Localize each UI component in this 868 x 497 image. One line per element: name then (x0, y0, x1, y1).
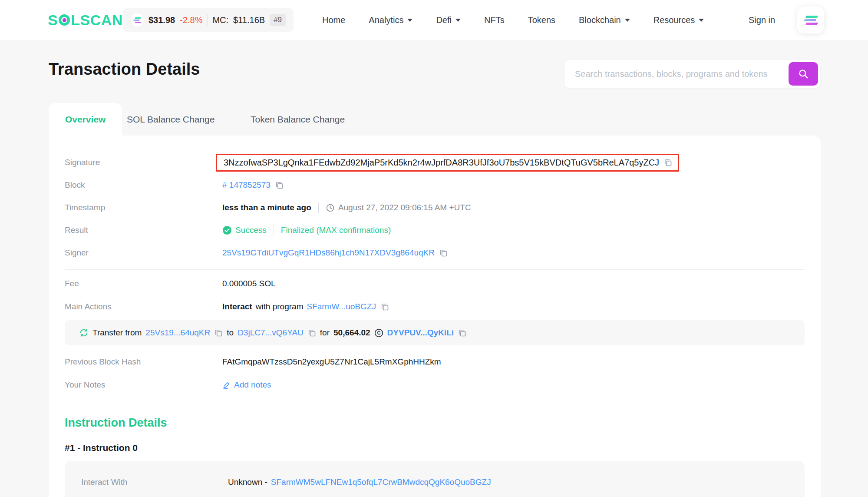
main-actions-label: Main Actions (65, 302, 222, 311)
copy-program-button[interactable] (380, 302, 389, 311)
nav-item-resources[interactable]: Resources (653, 15, 704, 25)
sol-price: $31.98 (149, 15, 175, 25)
signer-label: Signer (65, 248, 222, 258)
copy-icon (275, 181, 284, 189)
instruction-title: #1 - Instruction 0 (65, 443, 805, 453)
copy-block-button[interactable] (275, 181, 284, 189)
nav-item-blockchain[interactable]: Blockchain (579, 15, 630, 25)
result-label: Result (65, 225, 222, 235)
block-link[interactable]: # 147852573 (222, 180, 271, 190)
result-confirmation: Finalized (MAX confirmations) (281, 225, 391, 235)
copy-from-button[interactable] (214, 328, 223, 337)
copy-token-button[interactable] (458, 328, 466, 337)
timestamp-divider (318, 202, 319, 213)
search-bar (564, 60, 820, 88)
previous-block-hash-label: Previous Block Hash (65, 357, 222, 367)
transfer-from-link[interactable]: 25Vs19...64uqKR (145, 328, 210, 338)
instruction-card: Interact With Unknown - SFarmWM5wLFNEw1q… (65, 461, 805, 497)
your-notes-row: Your Notes Add notes (65, 378, 805, 391)
rank-badge: #9 (270, 14, 286, 26)
pill-divider (207, 14, 208, 26)
nav-item-home[interactable]: Home (322, 15, 345, 25)
search-input[interactable] (564, 60, 784, 88)
chevron-down-icon (407, 19, 413, 22)
copy-icon (458, 328, 466, 337)
tab-token-balance-change[interactable]: Token Balance Change (251, 103, 345, 136)
program-link[interactable]: SFarmW...uoBGZJ (307, 302, 376, 311)
edit-pencil-icon (222, 381, 231, 389)
token-icon: C (374, 328, 383, 338)
block-label: Block (65, 180, 222, 190)
fee-value: 0.000005 SOL (222, 279, 276, 288)
sol-price-pill[interactable]: $31.98 -2.8% MC: $11.16B #9 (123, 8, 294, 32)
transfer-icon (79, 328, 89, 338)
signer-address-link[interactable]: 25Vs19GTdiUTvgGqR1HDs86hj1ch9N17XDV3g864… (222, 248, 435, 258)
copy-icon (439, 248, 448, 257)
success-check-icon (222, 225, 232, 235)
solscan-logo[interactable]: SLSCAN (48, 0, 123, 40)
copy-icon (214, 328, 223, 337)
action-verb: Interact (222, 302, 252, 311)
tab-sol-balance-change[interactable]: SOL Balance Change (127, 103, 215, 136)
search-button[interactable] (789, 62, 818, 86)
transfer-prefix: Transfer from (92, 328, 142, 338)
copy-to-button[interactable] (307, 328, 316, 337)
page-title: Transaction Details (49, 60, 200, 79)
transfer-token-link[interactable]: DYVPUV...QyKiLi (387, 328, 454, 338)
instruction-details-heading: Instruction Details (65, 416, 805, 430)
sign-in-link[interactable]: Sign in (749, 0, 775, 40)
signature-label: Signature (65, 158, 222, 167)
add-notes-button[interactable]: Add notes (222, 380, 271, 390)
clock-icon (326, 203, 335, 212)
fee-row: Fee 0.000005 SOL (65, 270, 805, 298)
nav-item-tokens[interactable]: Tokens (528, 15, 555, 25)
market-cap-value: $11.16B (233, 15, 265, 25)
solana-icon (805, 16, 818, 18)
timestamp-relative: less than a minute ago (222, 203, 311, 212)
transfer-to-link[interactable]: D3jLC7...vQ6YAU (238, 328, 304, 338)
your-notes-label: Your Notes (65, 380, 222, 390)
transfer-summary-row: Transfer from 25Vs19...64uqKR to D3jLC7.… (65, 320, 805, 345)
interact-with-row: Interact With Unknown - SFarmWM5wLFNEw1q… (81, 477, 805, 487)
previous-block-hash-row: Previous Block Hash FAtGmqpaWTzssD5n2yex… (65, 345, 805, 378)
nav-item-nfts[interactable]: NFTs (484, 15, 505, 25)
nav-item-defi[interactable]: Defi (436, 15, 461, 25)
signer-row: Signer 25Vs19GTdiUTvgGqR1HDs86hj1ch9N17X… (65, 242, 805, 264)
logo-o-icon (59, 14, 70, 26)
market-cap-label: MC: (212, 15, 228, 25)
copy-icon (663, 158, 672, 167)
interact-with-unknown: Unknown - (228, 477, 267, 487)
signature-row: Signature 3NzzofwaSP3LgQnka1FEdwbZd92Mja… (65, 136, 805, 174)
result-status: Success (235, 225, 267, 235)
interact-with-program-link[interactable]: SFarmWM5wLFNEw1q5ofqL7CrwBMwdcqQgK6oQuoB… (271, 477, 491, 487)
timestamp-absolute: August 27, 2022 09:06:15 AM +UTC (338, 203, 471, 212)
transfer-for-word: for (320, 328, 330, 338)
timestamp-row: Timestamp less than a minute ago August … (65, 196, 805, 219)
copy-signer-button[interactable] (439, 248, 448, 257)
transaction-overview-card: Signature 3NzzofwaSP3LgQnka1FEdwbZd92Mja… (49, 136, 821, 497)
copy-signature-button[interactable] (663, 158, 672, 167)
solana-network-button[interactable] (797, 7, 824, 33)
solana-coin-icon (131, 13, 144, 27)
main-actions-row: Main Actions Interact with program SFarm… (65, 298, 805, 316)
previous-block-hash-value: FAtGmqpaWTzssD5n2yexgU5Z7Nr1CajL5RmXGphH… (222, 357, 441, 367)
svg-text:C: C (377, 330, 380, 335)
result-divider (274, 225, 274, 235)
section-divider (65, 403, 805, 403)
interact-with-label: Interact With (81, 477, 228, 487)
nav-item-analytics[interactable]: Analytics (369, 15, 413, 25)
signature-value: 3NzzofwaSP3LgQnka1FEdwbZd92MjaP5rKd5kn2r… (224, 158, 659, 168)
solscan-logo-text: SLSCAN (48, 12, 123, 29)
chevron-down-icon (625, 19, 630, 22)
chevron-down-icon (699, 19, 704, 22)
fee-label: Fee (65, 279, 222, 288)
block-row: Block # 147852573 (65, 174, 805, 196)
copy-icon (380, 302, 389, 311)
result-row: Result Success Finalized (MAX confirmati… (65, 219, 805, 242)
signature-annotation-box: 3NzzofwaSP3LgQnka1FEdwbZd92MjaP5rKd5kn2r… (216, 154, 679, 172)
sol-price-change: -2.8% (180, 15, 202, 25)
navbar: SLSCAN $31.98 -2.8% MC: $11.16B #9 Home … (0, 0, 868, 40)
nav-menu: Home Analytics Defi NFTs Tokens Blockcha… (322, 0, 704, 40)
action-text: with program (256, 302, 304, 311)
tab-overview[interactable]: Overview (49, 103, 122, 136)
